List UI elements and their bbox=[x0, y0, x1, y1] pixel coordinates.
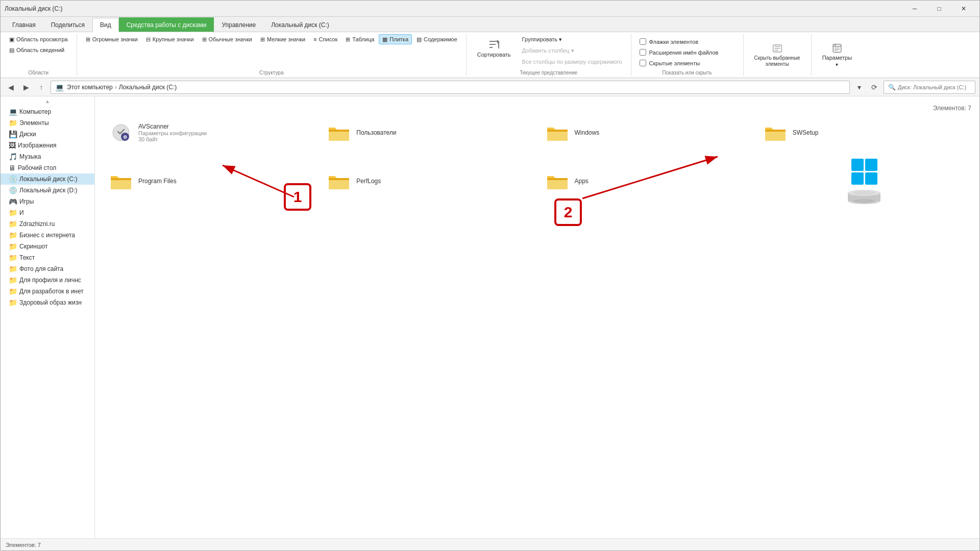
tiles-icon: ▦ bbox=[382, 36, 387, 43]
sidebar-item-screenshot[interactable]: 📁 Скриншот bbox=[1, 241, 94, 252]
preview-pane-button[interactable]: ▣ Область просмотра bbox=[6, 34, 71, 44]
sidebar-item-elements[interactable]: 📁 Элементы bbox=[1, 117, 94, 129]
details-pane-button[interactable]: ▤ Область сведений bbox=[6, 45, 71, 55]
tab-share[interactable]: Поделиться bbox=[43, 17, 92, 32]
avscanner-info: AVScanner Параметры конфигурации 30 байт bbox=[138, 123, 311, 142]
biz-icon: 📁 bbox=[9, 231, 17, 239]
up-button[interactable]: ↑ bbox=[35, 81, 47, 93]
options-button[interactable]: Параметры ▾ bbox=[817, 40, 858, 70]
large-icons-button[interactable]: ⊞ Огромные значки bbox=[82, 34, 141, 44]
sidebar-item-profile[interactable]: 📁 Для профиля и личнс bbox=[1, 274, 94, 286]
sidebar-item-games[interactable]: 🎮 Игры bbox=[1, 196, 94, 207]
sidebar-item-drazhizni[interactable]: 📁 Zdrazhizni.ru bbox=[1, 218, 94, 230]
file-item-perflogs[interactable]: PerfLogs bbox=[321, 154, 535, 209]
path-local-disk[interactable]: Локальный диск (C:) bbox=[119, 84, 177, 91]
file-item-users[interactable]: Пользователи bbox=[321, 116, 535, 149]
tab-view[interactable]: Вид bbox=[92, 18, 119, 32]
sort-items: Сортировать Группировать ▾ Добавить стол… bbox=[472, 34, 626, 68]
file-item-avscanner[interactable]: ⚙ AVScanner Параметры конфигурации 30 ба… bbox=[103, 116, 317, 149]
file-item-program-files[interactable]: Program Files bbox=[103, 154, 317, 209]
ribbon-group-hide-selected: Скрыть выбранныеэлементы bbox=[744, 34, 812, 76]
sidebar-item-inet-work[interactable]: 📁 Для разработок в инет bbox=[1, 286, 94, 297]
medium-icons-button[interactable]: ⊞ Обычные значки bbox=[199, 34, 256, 44]
svg-rect-20 bbox=[111, 178, 131, 180]
search-box: 🔍 bbox=[884, 81, 975, 94]
perflogs-info: PerfLogs bbox=[356, 178, 529, 185]
tiles-button[interactable]: ▦ Плитка bbox=[379, 34, 412, 44]
path-dropdown-button[interactable]: ▾ bbox=[853, 81, 865, 93]
list-icon: ≡ bbox=[313, 36, 316, 42]
file-ext-toggle[interactable]: Расширения имён файлов bbox=[636, 48, 722, 57]
add-column-button[interactable]: Добавить столбец ▾ bbox=[519, 45, 626, 56]
svg-rect-21 bbox=[329, 178, 349, 180]
sidebar-item-desktop[interactable]: 🖥 Рабочий стол bbox=[1, 162, 94, 173]
item-checkboxes-input[interactable] bbox=[640, 38, 646, 45]
forward-button[interactable]: ▶ bbox=[20, 81, 32, 93]
sidebar-item-disks[interactable]: 💾 Диски bbox=[1, 129, 94, 140]
table-button[interactable]: ⊞ Таблица bbox=[342, 34, 378, 44]
minimize-button[interactable]: ─ bbox=[903, 1, 926, 17]
search-input[interactable] bbox=[898, 84, 971, 90]
computer-icon: 💻 bbox=[55, 83, 64, 91]
layout-items: ⊞ Огромные значки ⊟ Крупные значки ⊞ Обы… bbox=[82, 34, 461, 68]
users-info: Пользователи bbox=[356, 129, 529, 136]
group-by-button[interactable]: Группировать ▾ bbox=[519, 34, 626, 44]
sidebar-item-local-c[interactable]: 💿 Локальный диск (C:) bbox=[1, 173, 94, 185]
file-item-swsetup[interactable]: SWSetup bbox=[757, 116, 971, 149]
tab-local-disk[interactable]: Локальный диск (C:) bbox=[263, 17, 337, 32]
program-files-icon bbox=[109, 169, 133, 193]
close-button[interactable]: ✕ bbox=[952, 1, 975, 17]
small-icons-icon: ⊞ bbox=[260, 36, 265, 43]
fit-columns-button[interactable]: Все столбцы по размеру содержимого bbox=[519, 57, 626, 67]
hide-selected-button[interactable]: Скрыть выбранныеэлементы bbox=[749, 40, 806, 70]
sort-row1: Сортировать Группировать ▾ Добавить стол… bbox=[472, 34, 626, 67]
sidebar-item-healthy[interactable]: 📁 Здоровый образ жизн bbox=[1, 297, 94, 308]
avscanner-icon: ⚙ bbox=[109, 120, 133, 145]
sidebar-item-music[interactable]: 🎵 Музыка bbox=[1, 151, 94, 162]
list-button[interactable]: ≡ Список bbox=[310, 34, 341, 44]
local-d-icon: 💿 bbox=[9, 186, 17, 194]
tab-manage[interactable]: Управление bbox=[214, 17, 263, 32]
big-icons-button[interactable]: ⊟ Крупные значки bbox=[142, 34, 198, 44]
file-ext-input[interactable] bbox=[640, 49, 646, 56]
sidebar-item-for-site[interactable]: 📁 Фото для сайта bbox=[1, 263, 94, 274]
sidebar-item-biz[interactable]: 📁 Бизнес с интернета bbox=[1, 230, 94, 241]
sidebar-item-local-d[interactable]: 💿 Локальный диск (D:) bbox=[1, 185, 94, 196]
svg-rect-8 bbox=[833, 44, 841, 52]
back-button[interactable]: ◀ bbox=[5, 81, 17, 93]
tab-disk-tools[interactable]: Средства работы с дисками bbox=[119, 17, 214, 32]
svg-point-30 bbox=[853, 191, 875, 195]
sidebar-item-text[interactable]: 📁 Текст bbox=[1, 252, 94, 263]
refresh-button[interactable]: ⟳ bbox=[868, 81, 880, 93]
file-item-windows[interactable]: Windows bbox=[540, 116, 753, 149]
sidebar-item-i[interactable]: 📁 И bbox=[1, 207, 94, 218]
content-area: Элементов: 7 ⚙ bbox=[95, 96, 979, 538]
windows-folder-icon bbox=[545, 120, 570, 145]
ribbon-group-options: Параметры ▾ bbox=[812, 34, 863, 76]
content-button[interactable]: ▤ Содержимое bbox=[413, 34, 461, 44]
screenshot-icon: 📁 bbox=[9, 242, 17, 251]
svg-text:⚙: ⚙ bbox=[123, 135, 127, 140]
users-folder-icon bbox=[327, 120, 351, 145]
preview-pane-icon: ▣ bbox=[9, 36, 14, 43]
ribbon-content: ▣ Область просмотра ▤ Область сведений О… bbox=[1, 32, 979, 78]
sidebar-item-computer[interactable]: 💻 Компьютер bbox=[1, 106, 94, 117]
maximize-button[interactable]: □ bbox=[927, 1, 951, 17]
healthy-icon: 📁 bbox=[9, 298, 17, 307]
games-icon: 🎮 bbox=[9, 197, 17, 206]
address-path: 💻 Этот компьютер › Локальный диск (C:) bbox=[51, 81, 850, 94]
tab-main[interactable]: Главная bbox=[5, 17, 43, 32]
hidden-items-input[interactable] bbox=[640, 60, 646, 66]
sort-button[interactable]: Сортировать bbox=[472, 36, 517, 65]
hide-selected-icon bbox=[769, 43, 786, 54]
item-checkboxes-toggle[interactable]: Флажки элементов bbox=[636, 37, 722, 46]
status-items: Элементов: 7 bbox=[6, 542, 41, 548]
window-title: Локальный диск (C:) bbox=[5, 5, 903, 12]
swsetup-info: SWSetup bbox=[793, 129, 966, 136]
path-this-computer[interactable]: Этот компьютер bbox=[67, 84, 113, 91]
sidebar-item-images[interactable]: 🖼 Изображения bbox=[1, 140, 94, 151]
file-item-apps[interactable]: Apps bbox=[540, 154, 753, 209]
small-icons-button[interactable]: ⊞ Мелкие значки bbox=[257, 34, 309, 44]
hidden-items-toggle[interactable]: Скрытые элементы bbox=[636, 59, 722, 67]
windows-info: Windows bbox=[575, 129, 748, 136]
